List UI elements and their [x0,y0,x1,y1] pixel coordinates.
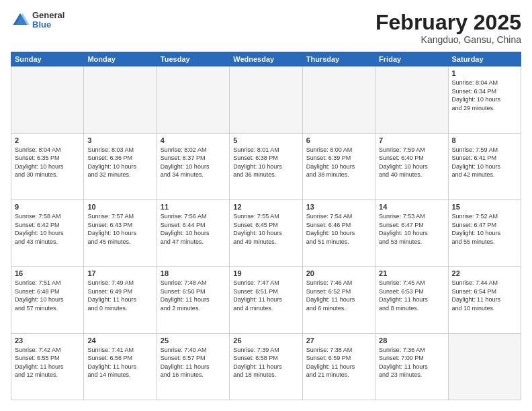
day-cell: 24Sunrise: 7:41 AM Sunset: 6:56 PM Dayli… [84,333,157,400]
day-info: Sunrise: 7:54 AM Sunset: 6:46 PM Dayligh… [306,212,371,246]
header: General Blue February 2025 Kangduo, Gans… [11,11,521,45]
day-info: Sunrise: 7:53 AM Sunset: 6:47 PM Dayligh… [379,212,444,246]
weekday-saturday: Saturday [448,52,521,66]
day-cell: 17Sunrise: 7:49 AM Sunset: 6:49 PM Dayli… [84,267,157,333]
day-number: 17 [87,269,152,277]
day-number: 13 [306,203,371,211]
day-cell: 25Sunrise: 7:40 AM Sunset: 6:57 PM Dayli… [157,333,229,400]
day-info: Sunrise: 8:01 AM Sunset: 6:38 PM Dayligh… [233,146,298,179]
week-row-0: 1Sunrise: 8:04 AM Sunset: 6:34 PM Daylig… [11,66,521,133]
day-info: Sunrise: 7:47 AM Sunset: 6:51 PM Dayligh… [233,279,298,312]
day-cell: 10Sunrise: 7:57 AM Sunset: 6:43 PM Dayli… [84,199,157,266]
day-number: 3 [87,136,152,144]
week-row-1: 2Sunrise: 8:04 AM Sunset: 6:35 PM Daylig… [11,133,521,199]
day-number: 10 [87,203,152,211]
day-number: 22 [452,269,517,277]
location: Kangduo, Gansu, China [375,34,521,45]
day-cell: 20Sunrise: 7:46 AM Sunset: 6:52 PM Dayli… [302,267,375,333]
title-block: February 2025 Kangduo, Gansu, China [375,11,521,45]
day-cell [302,66,375,133]
day-cell [230,66,302,133]
day-cell: 26Sunrise: 7:39 AM Sunset: 6:58 PM Dayli… [230,333,302,400]
day-info: Sunrise: 7:46 AM Sunset: 6:52 PM Dayligh… [306,279,371,312]
day-info: Sunrise: 7:40 AM Sunset: 6:57 PM Dayligh… [161,346,226,379]
calendar: SundayMondayTuesdayWednesdayThursdayFrid… [11,52,521,400]
day-number: 20 [306,269,371,277]
day-cell: 23Sunrise: 7:42 AM Sunset: 6:55 PM Dayli… [11,333,84,400]
day-info: Sunrise: 7:49 AM Sunset: 6:49 PM Dayligh… [87,279,152,312]
day-number: 16 [15,269,80,277]
day-number: 27 [306,336,371,345]
day-cell: 3Sunrise: 8:03 AM Sunset: 6:36 PM Daylig… [84,133,157,199]
day-info: Sunrise: 8:04 AM Sunset: 6:35 PM Dayligh… [15,146,80,179]
logo: General Blue [11,11,64,30]
day-info: Sunrise: 7:44 AM Sunset: 6:54 PM Dayligh… [452,279,517,312]
day-cell: 6Sunrise: 8:00 AM Sunset: 6:39 PM Daylig… [302,133,375,199]
day-cell [84,66,157,133]
month-title: February 2025 [375,11,521,34]
day-number: 5 [233,136,298,144]
day-cell [375,66,448,133]
day-cell: 19Sunrise: 7:47 AM Sunset: 6:51 PM Dayli… [230,267,302,333]
logo-blue: Blue [32,20,64,30]
day-info: Sunrise: 7:41 AM Sunset: 6:56 PM Dayligh… [87,346,152,379]
day-cell: 16Sunrise: 7:51 AM Sunset: 6:48 PM Dayli… [11,267,84,333]
day-info: Sunrise: 8:04 AM Sunset: 6:34 PM Dayligh… [452,79,517,112]
day-cell: 22Sunrise: 7:44 AM Sunset: 6:54 PM Dayli… [448,267,521,333]
day-info: Sunrise: 7:36 AM Sunset: 7:00 PM Dayligh… [379,346,444,379]
day-info: Sunrise: 7:56 AM Sunset: 6:44 PM Dayligh… [161,212,226,246]
day-info: Sunrise: 7:39 AM Sunset: 6:58 PM Dayligh… [233,346,298,379]
weekday-monday: Monday [84,52,157,66]
day-cell: 13Sunrise: 7:54 AM Sunset: 6:46 PM Dayli… [302,199,375,266]
day-info: Sunrise: 7:52 AM Sunset: 6:47 PM Dayligh… [452,212,517,246]
day-info: Sunrise: 7:55 AM Sunset: 6:45 PM Dayligh… [233,212,298,246]
day-number: 14 [379,203,444,211]
day-number: 2 [15,136,80,144]
day-info: Sunrise: 7:48 AM Sunset: 6:50 PM Dayligh… [161,279,226,312]
weekday-sunday: Sunday [11,52,84,66]
day-cell: 8Sunrise: 7:59 AM Sunset: 6:41 PM Daylig… [448,133,521,199]
day-cell: 11Sunrise: 7:56 AM Sunset: 6:44 PM Dayli… [157,199,229,266]
day-cell: 4Sunrise: 8:02 AM Sunset: 6:37 PM Daylig… [157,133,229,199]
day-number: 12 [233,203,298,211]
weekday-thursday: Thursday [302,52,375,66]
day-info: Sunrise: 7:51 AM Sunset: 6:48 PM Dayligh… [15,279,80,312]
day-number: 24 [87,336,152,345]
week-row-3: 16Sunrise: 7:51 AM Sunset: 6:48 PM Dayli… [11,267,521,333]
day-info: Sunrise: 7:58 AM Sunset: 6:42 PM Dayligh… [15,212,80,246]
day-number: 21 [379,269,444,277]
day-number: 1 [452,69,517,77]
week-row-4: 23Sunrise: 7:42 AM Sunset: 6:55 PM Dayli… [11,333,521,400]
weekday-friday: Friday [375,52,448,66]
day-number: 23 [15,336,80,345]
day-info: Sunrise: 7:38 AM Sunset: 6:59 PM Dayligh… [306,346,371,379]
day-cell: 27Sunrise: 7:38 AM Sunset: 6:59 PM Dayli… [302,333,375,400]
day-info: Sunrise: 7:42 AM Sunset: 6:55 PM Dayligh… [15,346,80,379]
page: General Blue February 2025 Kangduo, Gans… [0,0,532,411]
day-number: 8 [452,136,517,144]
day-info: Sunrise: 8:03 AM Sunset: 6:36 PM Dayligh… [87,146,152,179]
day-number: 19 [233,269,298,277]
day-info: Sunrise: 7:59 AM Sunset: 6:41 PM Dayligh… [452,146,517,179]
day-cell [448,333,521,400]
day-info: Sunrise: 8:02 AM Sunset: 6:37 PM Dayligh… [161,146,226,179]
logo-general: General [32,11,64,20]
day-cell: 5Sunrise: 8:01 AM Sunset: 6:38 PM Daylig… [230,133,302,199]
logo-text: General Blue [32,11,64,30]
day-cell: 2Sunrise: 8:04 AM Sunset: 6:35 PM Daylig… [11,133,84,199]
day-number: 11 [161,203,226,211]
day-number: 28 [379,336,444,345]
day-number: 9 [15,203,80,211]
day-number: 4 [161,136,226,144]
day-cell: 14Sunrise: 7:53 AM Sunset: 6:47 PM Dayli… [375,199,448,266]
day-cell [157,66,229,133]
day-cell [11,66,84,133]
day-cell: 9Sunrise: 7:58 AM Sunset: 6:42 PM Daylig… [11,199,84,266]
day-info: Sunrise: 7:57 AM Sunset: 6:43 PM Dayligh… [87,212,152,246]
weekday-tuesday: Tuesday [157,52,229,66]
weekday-header-row: SundayMondayTuesdayWednesdayThursdayFrid… [11,52,521,66]
day-number: 18 [161,269,226,277]
weekday-wednesday: Wednesday [230,52,302,66]
day-cell: 12Sunrise: 7:55 AM Sunset: 6:45 PM Dayli… [230,199,302,266]
day-number: 15 [452,203,517,211]
